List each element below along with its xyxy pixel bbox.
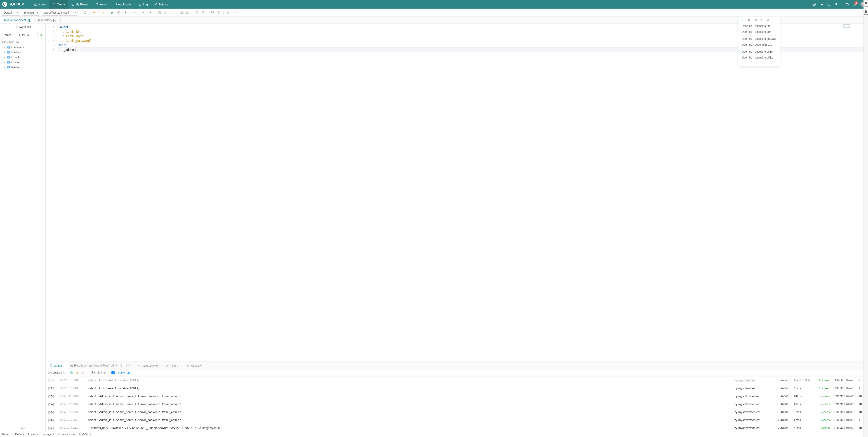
tool-1-icon[interactable]: [157, 10, 162, 15]
star-icon[interactable]: ☆: [235, 10, 240, 15]
output-tab[interactable]: ▦Results zy-mysql/ownerTest/t_admin（1）+: [66, 362, 134, 369]
bell-icon[interactable]: 2: [853, 3, 856, 6]
svg-rect-28: [8, 52, 10, 53]
table-item[interactable]: ▸t_admin: [0, 50, 45, 55]
run-setting-label: Run Setting：: [91, 371, 108, 375]
nav-log[interactable]: Log: [135, 0, 151, 8]
svg-rect-20: [218, 11, 220, 13]
project-select[interactable]: Default: [2, 10, 20, 15]
output-row[interactable]: [11][06-06 18:32:18]select t.`id`,t.`nam…: [46, 376, 868, 384]
svg-point-1: [96, 3, 97, 4]
svg-point-6: [155, 4, 156, 5]
dd-upload-icon[interactable]: [741, 18, 744, 22]
nav-query[interactable]: Query: [49, 0, 68, 8]
open-file-option[interactable]: Open file - encoding utf-8: [739, 23, 780, 29]
svg-rect-25: [761, 19, 763, 20]
nav-setting[interactable]: Setting: [151, 0, 170, 8]
query-tab[interactable]: R-W-sqldev-[2]: [34, 17, 61, 23]
open-file-option[interactable]: Open file - encoding utf32: [739, 55, 780, 61]
dd-save-icon[interactable]: [760, 18, 763, 22]
undo-icon[interactable]: ↶: [142, 10, 146, 15]
nav-home[interactable]: Home: [31, 0, 50, 8]
editor-gutter: 123456: [46, 24, 57, 362]
add-icon[interactable]: ✦: [92, 10, 96, 15]
svg-rect-27: [8, 46, 10, 49]
lock-icon[interactable]: [820, 3, 823, 6]
status-bar: Project：Default | Instance：zy-mysql | In…: [0, 432, 868, 437]
nav-my-project[interactable]: My Project: [68, 0, 92, 8]
editor-code[interactable]: select t.`Admin_id`, t.`Admin_name`, t.`…: [57, 24, 868, 362]
svg-rect-24: [761, 19, 763, 21]
open-file-option[interactable]: Open file - encoding gbk: [739, 29, 780, 35]
query-tab[interactable]: R-W-M-ownerTest-[1]: [0, 17, 34, 23]
svg-point-26: [15, 26, 17, 26]
open-file-option[interactable]: Open file - code gb18030: [739, 42, 780, 48]
tool-5-icon[interactable]: [185, 10, 190, 15]
sidebar-refresh-icon[interactable]: [39, 33, 43, 37]
refresh-icon[interactable]: [83, 10, 87, 15]
table-item[interactable]: ▸t_book: [0, 55, 45, 60]
output-tab[interactable]: ⓘOutput: [46, 362, 66, 369]
log-operation-label: log operation：: [49, 371, 67, 375]
bell-badge: 2: [855, 1, 858, 4]
print-icon[interactable]: [70, 371, 73, 374]
output-row[interactable]: [14][06-07 14:30:45]select t.`Admin_id`,…: [46, 400, 868, 408]
tool-2-icon[interactable]: [163, 10, 168, 15]
svg-point-10: [835, 3, 837, 5]
run-selection-icon[interactable]: [117, 10, 121, 15]
output-row[interactable]: [12][06-06 18:32:43]select t.`id`,t.`nam…: [46, 384, 868, 392]
output-tab[interactable]: ⌘Workflow: [182, 362, 206, 369]
table-item[interactable]: ▸t_academy: [0, 45, 45, 50]
rail-file[interactable]: File: [864, 10, 868, 16]
tool-3-icon[interactable]: [170, 10, 174, 15]
open-file-option[interactable]: Open file - encoding utf16: [739, 49, 780, 55]
output-tab[interactable]: ⇱Export/Async: [134, 362, 162, 369]
connection-select[interactable]: ownerTest [zy-mysql]: [41, 10, 78, 15]
show-total-checkbox[interactable]: ✓: [112, 371, 115, 374]
tool-6-icon[interactable]: [195, 10, 199, 15]
sidebar-filter[interactable]: [18, 32, 38, 38]
output-row[interactable]: [16][06-07 14:31:51]select t.`Admin_id`,…: [46, 416, 868, 424]
tool-8-icon[interactable]: [210, 10, 215, 15]
rail-info[interactable]: Info: [864, 2, 868, 7]
dd-folder-icon[interactable]: [754, 18, 757, 22]
nav-application[interactable]: Application: [111, 0, 135, 8]
output-log[interactable]: [11][06-06 18:32:18]select t.`id`,t.`nam…: [46, 376, 868, 432]
table-item[interactable]: ▸teacher: [0, 65, 45, 70]
tool-9-icon[interactable]: [217, 10, 221, 15]
svg-rect-4: [114, 3, 117, 5]
check-icon[interactable]: ✓: [132, 10, 137, 15]
warning-icon[interactable]: ⚠: [76, 371, 79, 374]
svg-point-3: [97, 4, 98, 5]
font-size-icon[interactable]: TT: [846, 3, 849, 6]
output-row[interactable]: [15][06-07 14:30:46]select t.`Admin_id`,…: [46, 408, 868, 416]
dd-tools-icon[interactable]: [767, 18, 770, 22]
open-file-option[interactable]: Open file - encoding gb2312: [739, 36, 780, 42]
ai-icon[interactable]: [812, 2, 816, 6]
explain-icon[interactable]: [123, 10, 127, 15]
tool-7-icon[interactable]: [201, 10, 206, 15]
instance-select[interactable]: zy-mysql: [22, 10, 40, 15]
fullscreen-icon[interactable]: [827, 3, 831, 6]
sql-editor[interactable]: 123456 select t.`Admin_id`, t.`Admin_nam…: [46, 24, 868, 362]
trash-icon[interactable]: [82, 371, 85, 374]
database-icon: [14, 26, 17, 28]
dd-copy-icon[interactable]: [747, 18, 751, 22]
run-icon[interactable]: ▶: [110, 10, 115, 15]
output-row[interactable]: [13][06-07 14:30:43]select t.`Admin_id`,…: [46, 392, 868, 400]
svg-point-21: [218, 12, 219, 13]
search-icon[interactable]: [835, 3, 838, 6]
plus-icon[interactable]: ＋: [101, 10, 105, 15]
wrench-icon[interactable]: [226, 10, 230, 15]
output-row[interactable]: [17][06-07 14:41:11]-- mode=Query - Asyn…: [46, 424, 868, 432]
show-total-label[interactable]: Show Total: [118, 371, 131, 374]
logo-icon: [2, 2, 7, 7]
table-item[interactable]: ▸t_date: [0, 60, 45, 65]
svg-rect-23: [748, 19, 749, 20]
redo-icon[interactable]: ↷: [148, 10, 152, 15]
output-tab[interactable]: ⟳History: [162, 362, 182, 369]
nav-asset[interactable]: Asset: [92, 0, 111, 8]
tool-4-icon[interactable]: [179, 10, 184, 15]
object-type-select[interactable]: Tables: [2, 32, 16, 38]
list-count: List Count：5/5: [0, 40, 45, 45]
